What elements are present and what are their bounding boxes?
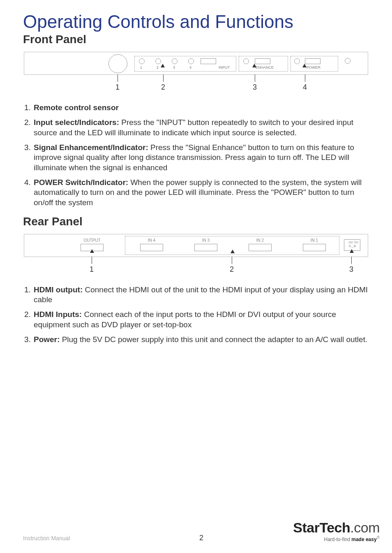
list-item: Input select/Indicators: Press the "INPU… (33, 118, 369, 138)
callout-arrow-icon (350, 249, 354, 253)
output-label: OUTPUT (83, 238, 100, 243)
list-item: HDMI Inputs: Connect each of the input p… (33, 310, 369, 330)
input-button-label: INPUT (219, 65, 230, 69)
inputs-group: IN 4 IN 3 IN 2 IN 1 (125, 236, 339, 255)
led-1-label: 1 (140, 65, 142, 69)
hdmi-in2-port-icon (249, 244, 272, 251)
callout-arrow-icon (231, 250, 235, 253)
brand-suffix: .com (350, 520, 380, 535)
callout-arrow-icon (90, 249, 94, 253)
enhance-button-icon (255, 58, 270, 64)
enhance-button-label: ENHANCE (256, 65, 274, 69)
callout-arrow-icon (252, 64, 256, 67)
section-heading-rear: Rear Panel (23, 215, 369, 228)
rear-callout-3: 3 (349, 265, 353, 274)
item-lead: POWER Switch/Indicator: (34, 178, 128, 187)
instruction-manual-label: Instruction Manual (23, 535, 70, 541)
rear-panel-list: HDMI output: Connect the HDMI out of the… (23, 285, 369, 345)
power-led-icon (294, 58, 300, 64)
in2-label: IN 2 (256, 238, 264, 243)
power-button-icon (305, 58, 321, 64)
list-item: Signal Enhancement/Indicator: Press the … (33, 143, 369, 173)
tagline-pre: Hard-to-find (324, 537, 352, 542)
item-body: Connect the HDMI out of the unit to the … (34, 285, 368, 304)
dc-label: DC 5V (348, 241, 358, 244)
polarity-icon: ⊖⎯⊕ (348, 244, 356, 248)
tagline-bold: made easy (351, 537, 376, 542)
in4-label: IN 4 (148, 238, 155, 243)
front-callout-4: 4 (303, 83, 307, 92)
rear-callout-1: 1 (90, 265, 94, 274)
front-callout-1: 1 (115, 83, 120, 92)
list-item: HDMI output: Connect the HDMI out of the… (33, 285, 369, 305)
item-lead: HDMI output: (34, 285, 83, 294)
front-callout-2: 2 (161, 83, 165, 92)
section-heading-front: Front Panel (23, 33, 369, 46)
page-number: 2 (199, 534, 203, 542)
extra-led-icon (345, 58, 350, 64)
rear-callout-2: 2 (230, 265, 234, 274)
enhance-led-icon (243, 58, 249, 64)
brand-logo: StarTech.com Hard-to-find made easy® (293, 521, 380, 542)
input-group: 1 2 3 4 INPUT (134, 56, 236, 72)
hdmi-in4-port-icon (140, 244, 163, 251)
hdmi-in1-port-icon (303, 244, 326, 251)
item-lead: Signal Enhancement/Indicator: (34, 143, 148, 152)
led-3-icon (172, 58, 178, 64)
led-4-icon (188, 58, 194, 64)
brand-main: StarTech (293, 520, 350, 535)
item-lead: HDMI Inputs: (34, 310, 82, 319)
front-callout-3: 3 (253, 83, 257, 92)
led-3-label: 3 (173, 65, 175, 69)
led-1-icon (139, 58, 145, 64)
page-footer: Instruction Manual 2 StarTech.com Hard-t… (23, 513, 380, 542)
hdmi-in3-port-icon (194, 244, 217, 251)
front-panel-diagram: 1 2 3 4 INPUT ENHANCE POWER 1 2 3 4 (24, 52, 368, 94)
led-2-icon (155, 58, 161, 64)
ir-sensor-icon (108, 54, 127, 73)
rear-panel-diagram: OUTPUT IN 4 IN 3 IN 2 IN 1 DC 5V ⊖⎯⊕ 1 2 (24, 234, 368, 276)
list-item: Remote control sensor (33, 103, 369, 113)
list-item: POWER Switch/Indicator: When the power s… (33, 178, 369, 208)
led-4-label: 4 (189, 65, 191, 69)
in3-label: IN 3 (202, 238, 210, 243)
list-item: Power: Plug the 5V DC power supply into … (33, 335, 369, 345)
front-panel-list: Remote control sensor Input select/Indic… (23, 103, 369, 208)
power-group: POWER (291, 56, 338, 72)
item-lead: Remote control sensor (34, 103, 119, 112)
page-title: Operating Controls and Functions (23, 12, 369, 32)
enhance-group: ENHANCE (239, 56, 288, 72)
callout-arrow-icon (302, 64, 307, 67)
item-lead: Input select/Indicators: (34, 118, 119, 127)
item-lead: Power: (34, 335, 60, 344)
item-body: Plug the 5V DC power supply into this un… (60, 335, 367, 344)
input-button-icon (201, 58, 216, 64)
registered-icon: ® (377, 535, 380, 540)
power-button-label: POWER (307, 65, 321, 69)
in1-label: IN 1 (311, 238, 318, 243)
led-2-label: 2 (157, 65, 159, 69)
callout-arrow-icon (161, 64, 165, 67)
